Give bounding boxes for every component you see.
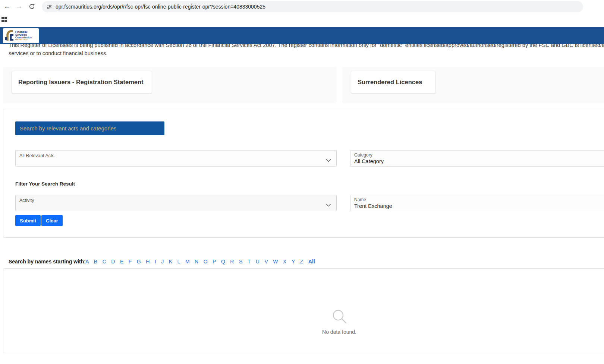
- alpha-link-R[interactable]: R: [230, 259, 234, 265]
- alpha-link-B[interactable]: B: [94, 259, 97, 265]
- alpha-link-A[interactable]: A: [85, 259, 89, 265]
- alpha-link-J[interactable]: J: [161, 259, 164, 265]
- name-field[interactable]: Name Trent Exchange: [350, 195, 604, 211]
- fsc-logo-text: Financial Services Commission MAURITIUS: [15, 31, 32, 41]
- alpha-link-W[interactable]: W: [273, 259, 278, 265]
- results-panel: No data found.: [3, 268, 604, 353]
- alpha-link-D[interactable]: D: [111, 259, 115, 265]
- clear-button[interactable]: Clear: [41, 215, 63, 226]
- alpha-link-T[interactable]: T: [248, 259, 251, 265]
- activity-select[interactable]: Activity: [15, 195, 337, 211]
- grid-square: [1, 20, 4, 22]
- name-field-label: Name: [354, 197, 366, 202]
- forward-icon[interactable]: →: [14, 1, 24, 11]
- chevron-down-icon: [326, 157, 331, 164]
- alpha-link-P[interactable]: P: [213, 259, 216, 265]
- fsc-logo[interactable]: Financial Services Commission MAURITIUS: [3, 28, 39, 43]
- card-label: Surrendered Licences: [358, 79, 422, 86]
- card-surrendered-licences[interactable]: Surrendered Licences: [351, 71, 436, 94]
- grid-square: [4, 17, 7, 19]
- apps-grid-icon[interactable]: [1, 17, 7, 22]
- no-data-message: No data found.: [322, 329, 356, 335]
- site-settings-icon[interactable]: [47, 4, 52, 10]
- alphabet-links: ABCDEFGHIJKLMNOPQRSTUVWXYZAll: [85, 259, 315, 265]
- alpha-link-H[interactable]: H: [146, 259, 150, 265]
- alpha-link-Z[interactable]: Z: [300, 259, 303, 265]
- reload-icon[interactable]: [27, 1, 37, 11]
- alpha-link-U[interactable]: U: [256, 259, 259, 265]
- intro-line-2: services or to conduct financial busines…: [9, 49, 604, 57]
- url-bar[interactable]: opr.fscmauritius.org/ords/opr/r/fsc-opr/…: [42, 1, 583, 12]
- alpha-link-N[interactable]: N: [195, 259, 198, 265]
- site-header: Financial Services Commission MAURITIUS: [0, 27, 604, 44]
- alpha-link-F[interactable]: F: [129, 259, 132, 265]
- alpha-link-L[interactable]: L: [177, 259, 180, 265]
- reload-glyph: [29, 3, 35, 10]
- alpha-link-M[interactable]: M: [185, 259, 190, 265]
- alpha-link-S[interactable]: S: [239, 259, 242, 265]
- category-field-value: All Category: [354, 158, 384, 164]
- search-panel-title-label: Search by relevant acts and categories: [20, 125, 116, 132]
- chevron-down-icon: [326, 202, 331, 208]
- url-text[interactable]: opr.fscmauritius.org/ords/opr/r/fsc-opr/…: [56, 4, 265, 10]
- alpha-link-C[interactable]: C: [103, 259, 106, 265]
- card-reporting-issuers[interactable]: Reporting Issuers - Registration Stateme…: [12, 71, 152, 94]
- alpha-link-X[interactable]: X: [283, 259, 286, 265]
- name-field-value: Trent Exchange: [354, 203, 392, 209]
- browser-toolbar: ← → opr.fscmauritius.org/ords/opr/r/fsc-…: [0, 0, 604, 25]
- filter-heading: Filter Your Search Result: [15, 181, 75, 187]
- alpha-link-G[interactable]: G: [137, 259, 141, 265]
- activity-select-label: Activity: [19, 198, 34, 203]
- search-panel: Search by relevant acts and categories A…: [3, 109, 604, 238]
- relevant-acts-select[interactable]: All Relevant Acts: [15, 150, 337, 167]
- alpha-link-Q[interactable]: Q: [221, 259, 225, 265]
- alpha-link-Y[interactable]: Y: [292, 259, 295, 265]
- card-label: Reporting Issuers - Registration Stateme…: [18, 79, 144, 86]
- relevant-acts-select-label: All Relevant Acts: [19, 153, 54, 158]
- alphabet-search-label: Search by names starting with:: [9, 259, 86, 265]
- alpha-link-I[interactable]: I: [155, 259, 156, 265]
- search-panel-title: Search by relevant acts and categories: [15, 121, 164, 135]
- back-icon[interactable]: ←: [2, 1, 12, 11]
- search-empty-icon: [332, 309, 347, 324]
- alpha-link-E[interactable]: E: [120, 259, 123, 265]
- fsc-logo-glyph: [4, 29, 14, 42]
- alpha-link-O[interactable]: O: [204, 259, 208, 265]
- logo-country: MAURITIUS: [15, 39, 32, 41]
- submit-button[interactable]: Submit: [15, 215, 41, 226]
- grid-square: [4, 20, 7, 22]
- alpha-link-all[interactable]: All: [308, 259, 315, 265]
- category-field-label: Category: [354, 152, 372, 158]
- alpha-link-V[interactable]: V: [264, 259, 268, 265]
- category-field[interactable]: Category All Category: [350, 150, 604, 167]
- alpha-link-K[interactable]: K: [169, 259, 172, 265]
- grid-square: [1, 17, 4, 19]
